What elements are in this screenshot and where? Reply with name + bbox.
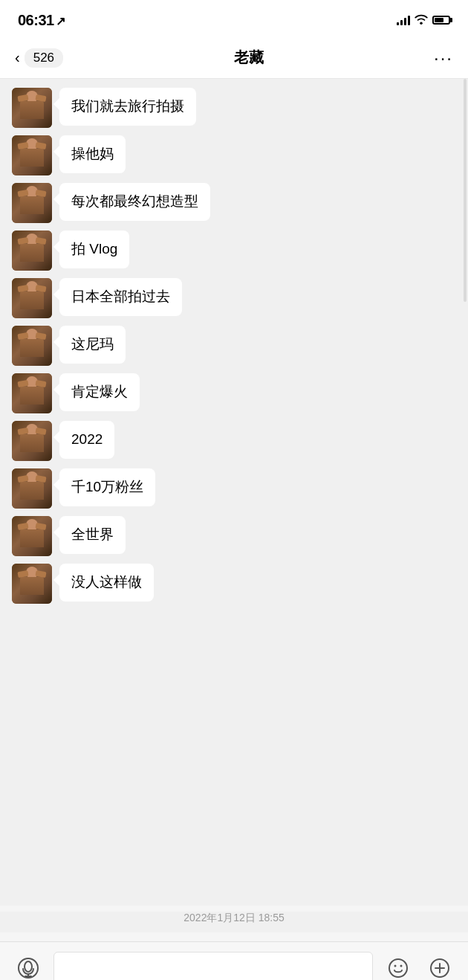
chat-area: 我们就去旅行拍摄 操他妈 每次都最终幻想造型 拍 Vlog 日本全部拍过去 这尼 — [0, 79, 468, 906]
message-bubble: 2022 — [59, 421, 114, 459]
svg-point-4 — [389, 959, 407, 977]
status-bar: 06:31↗ — [0, 0, 468, 37]
back-button[interactable]: ‹ 526 — [15, 48, 63, 68]
nav-bar: ‹ 526 老藏 ··· — [0, 37, 468, 79]
back-count-badge: 526 — [25, 48, 63, 68]
avatar — [12, 326, 52, 366]
avatar — [12, 516, 52, 556]
wifi-icon — [415, 14, 428, 27]
message-row: 操他妈 — [12, 135, 456, 175]
bottom-bar — [0, 941, 468, 980]
avatar — [12, 373, 52, 413]
svg-point-6 — [400, 964, 403, 967]
message-input[interactable] — [53, 952, 373, 981]
message-bubble: 我们就去旅行拍摄 — [59, 88, 196, 126]
avatar — [12, 88, 52, 128]
avatar — [12, 135, 52, 175]
emoji-button[interactable] — [382, 952, 415, 981]
emoji-icon — [388, 958, 409, 979]
message-bubble: 全世界 — [59, 516, 126, 554]
more-button[interactable]: ··· — [434, 48, 453, 68]
message-row: 全世界 — [12, 516, 456, 556]
message-bubble: 日本全部拍过去 — [59, 278, 182, 316]
message-row: 日本全部拍过去 — [12, 278, 456, 318]
svg-point-5 — [394, 964, 397, 967]
timestamp: 2022年1月12日 18:55 — [0, 912, 468, 932]
message-row: 2022 — [12, 421, 456, 461]
chat-title: 老藏 — [234, 48, 264, 68]
avatar — [12, 183, 52, 223]
message-bubble: 拍 Vlog — [59, 231, 129, 268]
message-row: 我们就去旅行拍摄 — [12, 88, 456, 128]
status-icons — [397, 14, 450, 27]
avatar — [12, 468, 52, 509]
add-icon — [429, 958, 450, 979]
message-bubble: 没人这样做 — [59, 564, 154, 602]
message-row: 千10万粉丝 — [12, 468, 456, 509]
message-bubble: 这尼玛 — [59, 326, 126, 364]
scrollbar[interactable] — [464, 79, 467, 302]
back-arrow-icon: ‹ — [15, 49, 20, 66]
add-button[interactable] — [423, 952, 456, 981]
message-row: 没人这样做 — [12, 564, 456, 604]
avatar — [12, 564, 52, 604]
message-bubble: 每次都最终幻想造型 — [59, 183, 210, 221]
voice-icon — [17, 957, 39, 979]
message-row: 肯定爆火 — [12, 373, 456, 413]
battery-icon — [432, 16, 450, 25]
message-row: 拍 Vlog — [12, 231, 456, 271]
message-row: 这尼玛 — [12, 326, 456, 366]
message-bubble: 肯定爆火 — [59, 373, 140, 411]
svg-point-1 — [25, 961, 32, 972]
signal-icon — [397, 15, 410, 25]
avatar — [12, 231, 52, 271]
message-row: 每次都最终幻想造型 — [12, 183, 456, 223]
message-bubble: 千10万粉丝 — [59, 468, 155, 506]
avatar — [12, 278, 52, 318]
voice-button[interactable] — [12, 952, 45, 981]
avatar — [12, 421, 52, 461]
message-bubble: 操他妈 — [59, 135, 126, 173]
status-time: 06:31↗ — [18, 12, 65, 29]
